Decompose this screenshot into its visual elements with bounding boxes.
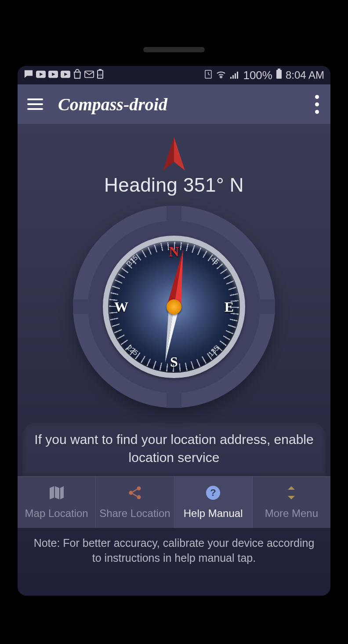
mail-icon — [84, 69, 94, 81]
nav-label: Share Location — [99, 507, 170, 520]
svg-rect-8 — [276, 70, 282, 79]
app-bar: Compass-droid — [18, 84, 330, 124]
help-icon: ? — [206, 485, 221, 503]
menu-button[interactable] — [27, 98, 43, 110]
svg-text:100: 100 — [97, 73, 103, 77]
youtube-icon — [48, 69, 58, 81]
phone-frame: 100 100% 8:04 AM — [0, 0, 348, 644]
nav-map-location[interactable]: Map Location — [18, 477, 96, 528]
youtube-icon — [61, 69, 70, 81]
battery-percent: 100% — [243, 69, 272, 82]
nav-share-location[interactable]: Share Location — [96, 477, 174, 528]
main-content: Heading 351° N N S E W 45 135 225 — [18, 124, 330, 476]
svg-rect-9 — [278, 69, 280, 70]
battery-small-icon: 100 — [97, 69, 104, 81]
svg-text:?: ? — [210, 487, 216, 498]
compass-hub — [167, 299, 181, 314]
svg-point-12 — [137, 495, 141, 499]
chat-icon — [24, 69, 33, 81]
more-icon — [286, 485, 297, 503]
nav-label: Map Location — [25, 507, 88, 520]
signal-icon — [230, 69, 239, 81]
status-bar: 100 100% 8:04 AM — [18, 66, 330, 84]
screen: 100 100% 8:04 AM — [18, 66, 330, 596]
nav-arrow-icon — [158, 137, 190, 172]
nav-label: Help Manual — [184, 507, 243, 520]
status-right: 100% 8:04 AM — [204, 69, 324, 82]
wifi-icon — [216, 69, 226, 81]
share-icon — [127, 485, 142, 503]
youtube-icon — [36, 69, 46, 81]
compass: N S E W 45 135 225 315 — [73, 206, 275, 408]
nav-help-manual[interactable]: ? Help Manual — [174, 477, 253, 528]
nav-more-menu[interactable]: More Menu — [253, 477, 330, 528]
svg-point-10 — [137, 486, 141, 490]
battery-saver-icon — [204, 69, 212, 81]
footer-note: Note: For better accuracy, calibrate you… — [18, 528, 330, 572]
clock-text: 8:04 AM — [286, 69, 324, 81]
heading-readout: Heading 351° N — [104, 174, 244, 196]
location-info-banner[interactable]: If you want to find your location addres… — [22, 423, 326, 476]
battery-icon — [276, 69, 282, 82]
nav-label: More Menu — [265, 507, 318, 520]
map-icon — [49, 485, 65, 503]
overflow-menu-button[interactable] — [313, 91, 321, 117]
app-title: Compass-droid — [58, 94, 167, 115]
svg-point-11 — [129, 491, 133, 495]
dir-e-label: E — [225, 299, 234, 315]
bottom-nav: Map Location Share Location — [18, 476, 330, 528]
dir-w-label: W — [114, 299, 128, 315]
compass-face: N S E W 45 135 225 315 — [103, 236, 245, 378]
phone-speaker — [143, 47, 205, 52]
status-left-icons: 100 — [24, 69, 104, 81]
svg-rect-5 — [99, 69, 102, 70]
shopping-icon — [73, 69, 82, 81]
